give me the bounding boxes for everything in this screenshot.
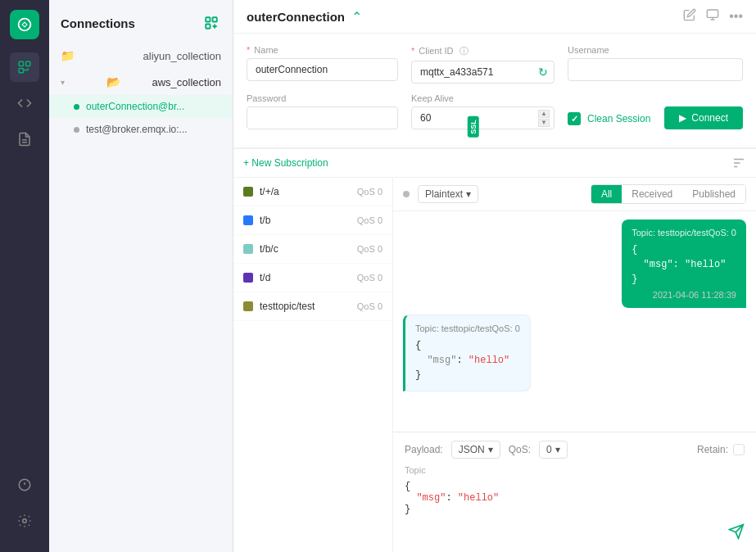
connection-name-outer: outerConnection@br... — [86, 101, 221, 112]
qos-chevron: ▾ — [555, 444, 560, 455]
sub-color-dot-3 — [243, 273, 253, 283]
payload-format-select[interactable]: JSON ▾ — [451, 441, 500, 459]
qos-select[interactable]: 0 ▾ — [539, 441, 568, 459]
monitor-icon[interactable] — [706, 8, 719, 25]
svg-rect-12 — [213, 17, 217, 21]
svg-rect-16 — [708, 10, 718, 17]
svg-rect-2 — [19, 61, 23, 66]
sub-color-dot-2 — [243, 244, 253, 254]
top-bar: outerConnection ⌃ ••• — [233, 0, 756, 34]
edit-icon[interactable] — [683, 8, 696, 25]
message-area: + New Subscription t/+/a QoS 0 — [233, 148, 756, 552]
sub-name-1: t/b — [260, 215, 351, 226]
svg-rect-4 — [19, 69, 23, 73]
script-nav-icon[interactable] — [10, 88, 39, 118]
msg-qos-published-0: QoS: 0 — [708, 228, 736, 238]
svg-rect-11 — [206, 17, 210, 21]
message-published-0: Topic: testtopic/test QoS: 0 { "msg": "h… — [622, 219, 746, 308]
format-select-chevron: ▾ — [466, 188, 471, 200]
sub-item-0[interactable]: t/+/a QoS 0 — [233, 178, 392, 206]
message-filter-tabs: All Received Published — [591, 184, 746, 204]
subscription-bar: + New Subscription — [233, 148, 756, 178]
username-input[interactable] — [568, 58, 743, 81]
sub-item-2[interactable]: t/b/c QoS 0 — [233, 235, 392, 264]
info-nav-icon[interactable] — [10, 470, 39, 500]
split-layout: t/+/a QoS 0 t/b QoS 0 t/b/c QoS 0 — [233, 178, 756, 552]
collection-aws[interactable]: ▾ 📂 aws_collection — [49, 69, 233, 95]
publish-panel: Payload: JSON ▾ QoS: 0 ▾ Retain — [393, 432, 756, 552]
send-button[interactable] — [728, 523, 745, 544]
connection-item-test[interactable]: test@broker.emqx.io:... — [49, 118, 233, 141]
sub-name-2: t/b/c — [260, 243, 351, 255]
msg-topic-received-0: Topic: testtopic/test — [415, 324, 492, 333]
name-input[interactable] — [247, 58, 398, 81]
tab-published[interactable]: Published — [682, 185, 745, 203]
password-label: Password — [247, 93, 398, 103]
top-bar-left: outerConnection ⌃ — [247, 9, 362, 25]
connection-name-test: test@broker.emqx.io:... — [86, 124, 221, 135]
keepalive-up-button[interactable]: ▲ — [538, 110, 550, 118]
new-connection-button[interactable] — [201, 13, 221, 33]
sub-name-3: t/d — [260, 272, 351, 283]
svg-point-1 — [23, 23, 26, 26]
top-bar-right: ••• — [683, 8, 743, 25]
clean-session-field: Clean Session — [568, 93, 650, 129]
tab-all[interactable]: All — [591, 185, 622, 203]
clientid-field: * Client ID ⓘ ↻ — [411, 45, 555, 84]
connection-status-indicator — [403, 191, 410, 197]
qos-value: 0 — [546, 444, 552, 455]
retain-checkbox[interactable] — [733, 444, 745, 455]
sub-item-4[interactable]: testtopic/test QoS 0 — [233, 292, 392, 321]
publish-footer — [405, 523, 745, 544]
tab-received[interactable]: Received — [622, 185, 682, 203]
payload-label: Payload: — [405, 444, 443, 455]
expand-icon[interactable]: ⌃ — [351, 9, 362, 25]
svg-rect-13 — [206, 25, 210, 29]
password-input[interactable] — [247, 106, 398, 129]
payload-format-chevron: ▾ — [488, 444, 493, 455]
clean-session-checkbox[interactable] — [568, 112, 581, 125]
filter-icon[interactable] — [731, 156, 746, 170]
msg-header-published-0: Topic: testtopic/test QoS: 0 — [632, 228, 736, 238]
messages-panel: Plaintext ▾ All Received Published — [393, 178, 756, 552]
more-icon[interactable]: ••• — [729, 9, 743, 24]
publish-body: { "msg": "hello" } — [405, 477, 745, 518]
clientid-info-icon[interactable]: ⓘ — [459, 46, 469, 56]
settings-nav-icon[interactable] — [10, 506, 39, 536]
password-field: Password — [247, 93, 398, 129]
format-select[interactable]: Plaintext ▾ — [418, 185, 478, 203]
sub-qos-1: QoS 0 — [357, 215, 383, 225]
sub-color-dot-1 — [243, 215, 253, 225]
sub-qos-3: QoS 0 — [357, 273, 383, 283]
new-subscription-button[interactable]: + New Subscription — [243, 157, 328, 169]
connection-detail-name: outerConnection — [247, 10, 345, 24]
msg-time-published-0: 2021-04-06 11:28:39 — [632, 290, 736, 300]
msg-header-received-0: Topic: testtopic/test QoS: 0 — [415, 324, 520, 333]
connection-status-dot-outer — [74, 104, 79, 110]
connection-status-dot-test — [74, 127, 79, 133]
retain-label: Retain: — [697, 444, 728, 455]
sub-item-3[interactable]: t/d QoS 0 — [233, 264, 392, 292]
collection-aliyun[interactable]: 📁 aliyun_collection — [49, 43, 233, 69]
sub-item-1[interactable]: t/b QoS 0 — [233, 206, 392, 235]
keepalive-input[interactable] — [411, 106, 555, 129]
keepalive-down-button[interactable]: ▼ — [538, 119, 550, 127]
refresh-clientid-icon[interactable]: ↻ — [538, 66, 548, 79]
connection-item-outer[interactable]: outerConnection@br... — [49, 95, 233, 118]
msg-qos-received-0: QoS: 0 — [492, 324, 520, 333]
collection-aws-name: aws_collection — [152, 76, 221, 88]
sub-color-dot-4 — [243, 301, 253, 311]
icon-sidebar — [0, 0, 49, 552]
name-label: * Name — [247, 45, 398, 55]
msg-body-received-0: { "msg": "hello" } — [415, 338, 520, 382]
name-field: * Name — [247, 45, 398, 84]
clean-session-label: Clean Session — [587, 113, 650, 124]
log-nav-icon[interactable] — [10, 124, 39, 154]
clientid-input[interactable] — [411, 61, 555, 84]
sub-qos-2: QoS 0 — [357, 244, 383, 254]
clientid-label: * Client ID ⓘ — [411, 45, 555, 57]
keepalive-label: Keep Alive — [411, 93, 555, 103]
connections-nav-icon[interactable] — [10, 52, 39, 82]
connect-button[interactable]: ▶ Connect — [664, 106, 743, 129]
sub-qos-4: QoS 0 — [357, 301, 383, 311]
